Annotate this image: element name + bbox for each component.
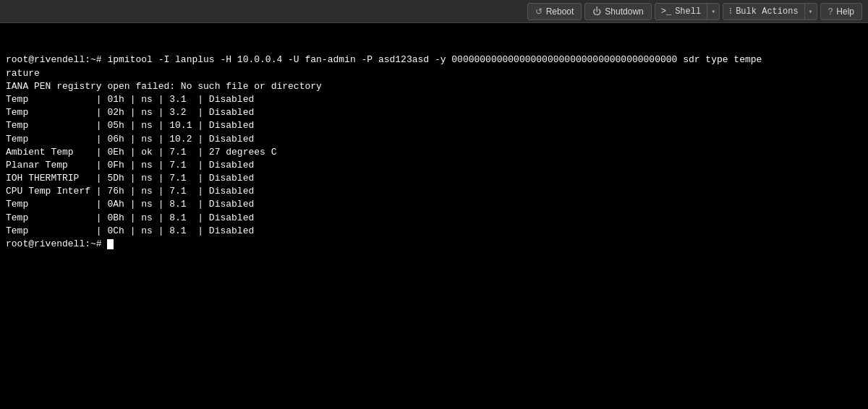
- toolbar: ↺ Reboot ⏻ Shutdown >_ Shell ▾ ⁝ Bulk Ac…: [0, 0, 868, 23]
- shell-icon: >_: [661, 7, 671, 17]
- reboot-icon: ↺: [535, 7, 542, 17]
- shell-label: Shell: [675, 7, 701, 17]
- cursor: [107, 239, 114, 249]
- table-row: Temp | 0Ch | ns | 8.1 | Disabled: [6, 225, 254, 236]
- help-button[interactable]: ? Help: [820, 3, 862, 20]
- terminal: root@rivendell:~# ipmitool -I lanplus -H…: [0, 23, 868, 409]
- terminal-content: root@rivendell:~# ipmitool -I lanplus -H…: [6, 53, 862, 251]
- shell-arrow[interactable]: ▾: [707, 4, 719, 20]
- bulk-actions-icon: ⁝: [729, 6, 732, 17]
- bulk-actions-label: Bulk Actions: [736, 7, 798, 17]
- table-row: IOH THERMTRIP | 5Dh | ns | 7.1 | Disable…: [6, 173, 254, 184]
- table-row: CPU Temp Interf | 76h | ns | 7.1 | Disab…: [6, 186, 254, 197]
- table-row: Planar Temp | 0Fh | ns | 7.1 | Disabled: [6, 160, 254, 171]
- table-row: Temp | 01h | ns | 3.1 | Disabled: [6, 94, 254, 105]
- reboot-label: Reboot: [546, 7, 574, 17]
- command-line: root@rivendell:~# ipmitool -I lanplus -H…: [6, 54, 762, 65]
- prompt-line: root@rivendell:~#: [6, 238, 114, 249]
- power-icon: ⏻: [592, 7, 601, 17]
- table-row: Ambient Temp | 0Eh | ok | 7.1 | 27 degre…: [6, 147, 276, 158]
- shutdown-button[interactable]: ⏻ Shutdown: [584, 3, 651, 20]
- table-row: Temp | 02h | ns | 3.2 | Disabled: [6, 107, 254, 118]
- table-row: Temp | 06h | ns | 10.2 | Disabled: [6, 134, 254, 145]
- help-label: Help: [836, 7, 854, 17]
- table-row: Temp | 0Bh | ns | 8.1 | Disabled: [6, 212, 254, 223]
- table-row: Temp | 05h | ns | 10.1 | Disabled: [6, 120, 254, 131]
- error-line: IANA PEN registry open failed: No such f…: [6, 81, 322, 92]
- reboot-button[interactable]: ↺ Reboot: [527, 3, 582, 20]
- shutdown-label: Shutdown: [605, 7, 643, 17]
- help-icon: ?: [828, 7, 833, 17]
- table-row: Temp | 0Ah | ns | 8.1 | Disabled: [6, 199, 254, 210]
- bulk-actions-arrow[interactable]: ▾: [804, 4, 817, 20]
- bulk-actions-dropdown[interactable]: ⁝ Bulk Actions ▾: [723, 3, 817, 20]
- shell-dropdown[interactable]: >_ Shell ▾: [655, 3, 720, 20]
- shell-main[interactable]: >_ Shell: [655, 4, 707, 20]
- bulk-actions-main[interactable]: ⁝ Bulk Actions: [723, 4, 804, 20]
- command-line-continued: rature: [6, 68, 40, 79]
